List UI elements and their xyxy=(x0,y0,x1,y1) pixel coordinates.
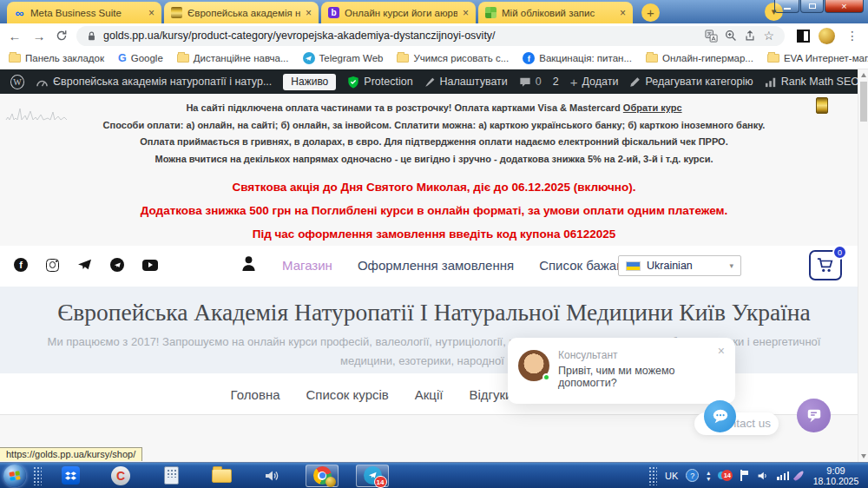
youtube-icon[interactable] xyxy=(142,260,158,271)
maximize-button[interactable] xyxy=(800,0,824,13)
wordpress-logo-icon[interactable]: W xyxy=(10,75,24,89)
calculator-taskbar-button[interactable] xyxy=(155,465,187,487)
chat-launcher-blue-button[interactable] xyxy=(704,400,736,432)
bookmark-item[interactable]: Учимся рисовать с... xyxy=(397,53,509,63)
help-tray-icon[interactable]: ? xyxy=(686,469,699,482)
customize-menu[interactable]: Налаштувати xyxy=(424,76,508,88)
comments-menu[interactable]: 0 xyxy=(519,76,542,88)
account-icon[interactable] xyxy=(241,255,256,275)
share-button[interactable] xyxy=(744,30,756,42)
telegram-tray-icon[interactable]: 14 xyxy=(718,469,733,483)
instagram-icon[interactable] xyxy=(46,259,59,272)
scrollbar-thumb[interactable] xyxy=(860,82,867,122)
choose-course-link[interactable]: Обрати курс xyxy=(623,102,682,113)
bookmark-item[interactable]: Telegram Web xyxy=(303,52,384,64)
comment-bubble-icon xyxy=(519,76,531,88)
scroll-up-arrow[interactable] xyxy=(861,73,866,77)
tab-meta-business-suite[interactable]: ∞ Meta Business Suite × xyxy=(7,2,161,23)
calculator-icon xyxy=(164,466,179,485)
rank-math-label: Rank Math SEO xyxy=(781,76,859,88)
gold-badge-icon[interactable] xyxy=(816,97,828,114)
action-center-flag-icon[interactable] xyxy=(740,470,749,481)
cart-button[interactable]: 0 xyxy=(809,250,842,280)
live-preview-button[interactable]: Наживо xyxy=(283,74,336,90)
cart-icon xyxy=(817,257,834,274)
volume-mixer-taskbar-button[interactable] xyxy=(255,465,288,487)
network-signal-icon[interactable] xyxy=(777,472,789,480)
scroll-down-arrow[interactable] xyxy=(861,454,866,458)
chat-close-button[interactable]: × xyxy=(718,344,725,358)
telegram-taskbar-button[interactable]: 14 xyxy=(356,465,389,487)
page-viewport: На сайті підключена оплата частинами та … xyxy=(0,94,868,462)
zoom-button[interactable] xyxy=(725,30,737,42)
tab-close-icon[interactable]: × xyxy=(306,7,312,19)
promo-line: Під час оформлення замовлення введіть ко… xyxy=(0,222,868,246)
tab-strip: ∞ Meta Business Suite × Європейська акад… xyxy=(7,2,660,23)
tab-title: Європейська академія натуроп xyxy=(187,8,300,18)
forward-button[interactable]: → xyxy=(31,29,47,43)
nav-link-promos[interactable]: Акції xyxy=(415,387,444,402)
notice-line: Оплата приймається в гривнях, в доларах,… xyxy=(0,134,868,151)
close-icon: × xyxy=(841,1,846,11)
window-close-button[interactable]: × xyxy=(825,0,864,13)
translate-button[interactable] xyxy=(705,30,718,43)
add-new-menu[interactable]: + Додати xyxy=(570,75,619,89)
ccleaner-icon: C xyxy=(111,466,130,485)
telegram-plane-icon[interactable] xyxy=(77,259,92,272)
language-select[interactable]: Ukrainian ▾ xyxy=(618,255,741,276)
updates-count[interactable]: 2 xyxy=(553,76,559,88)
edit-category-menu[interactable]: Редагувати категорію xyxy=(629,76,753,88)
page-scrollbar[interactable] xyxy=(858,69,868,462)
taskbar-clock[interactable]: 9:09 18.10.2025 xyxy=(809,465,863,486)
chat-popup[interactable]: Консультант Привіт, чим ми можемо допомо… xyxy=(508,338,735,404)
omnibox[interactable]: golds.pp.ua/kursy/product-category/yevro… xyxy=(76,26,785,46)
browser-menu-button[interactable]: ⋮ xyxy=(844,29,861,43)
menu-link-wishlist[interactable]: Список бажань xyxy=(539,258,630,273)
new-tab-button[interactable]: + xyxy=(641,3,660,22)
start-button[interactable] xyxy=(3,465,26,487)
bookmark-item[interactable]: Онлайн-гипермар... xyxy=(646,53,753,63)
bookmark-item[interactable]: GGoogle xyxy=(118,52,163,64)
facebook-icon[interactable]: f xyxy=(14,258,28,272)
telegram-circle-icon[interactable] xyxy=(110,258,124,272)
back-button[interactable]: ← xyxy=(7,29,23,43)
chat-launcher-purple-button[interactable] xyxy=(797,399,831,432)
chrome-taskbar-button[interactable] xyxy=(306,465,339,487)
minimize-button[interactable] xyxy=(774,0,799,13)
bookmark-item[interactable]: Дистанційне навча... xyxy=(177,53,289,63)
menu-link-checkout[interactable]: Оформлення замовлення xyxy=(358,258,514,273)
tray-separator xyxy=(648,466,657,485)
dropbox-taskbar-button[interactable] xyxy=(54,465,87,487)
language-indicator[interactable]: UK xyxy=(665,471,678,481)
refresh-button[interactable] xyxy=(56,30,68,42)
nav-link-reviews[interactable]: Відгуки xyxy=(469,387,512,402)
explorer-taskbar-button[interactable] xyxy=(205,465,238,487)
tab-my-account[interactable]: Мій обліковий запис × xyxy=(478,2,633,23)
tab-close-icon[interactable]: × xyxy=(620,7,626,19)
bookmark-item[interactable]: Панель закладок xyxy=(9,53,104,63)
volume-tray-icon[interactable] xyxy=(757,470,769,482)
admin-site-menu[interactable]: Європейська академія натуропатії і натур… xyxy=(36,76,272,88)
telegram-icon: 14 xyxy=(364,466,382,485)
tab-close-icon[interactable]: × xyxy=(463,7,469,19)
bookmark-item[interactable]: EVA Интернет-маг... xyxy=(767,53,868,63)
bookmark-star-button[interactable]: ☆ xyxy=(763,29,774,43)
extension-icon[interactable] xyxy=(797,30,810,43)
tab-academy-active[interactable]: Європейська академія натуроп × xyxy=(164,2,319,23)
url-text[interactable]: golds.pp.ua/kursy/product-category/yevro… xyxy=(103,30,698,42)
feather-tray-icon[interactable] xyxy=(793,470,805,482)
pencil-icon xyxy=(629,76,641,88)
gold-favicon xyxy=(171,7,182,18)
profile-avatar[interactable] xyxy=(819,28,835,44)
nav-link-courses[interactable]: Список курсів xyxy=(306,387,389,402)
nav-link-home[interactable]: Головна xyxy=(231,387,280,402)
rank-math-menu[interactable]: Rank Math SEO xyxy=(765,76,859,88)
tab-title: Онлайн курси йоги аюрведи тр xyxy=(345,8,457,18)
bookmark-item[interactable]: fВакцинація: питан... xyxy=(523,52,632,64)
protection-menu[interactable]: Protection xyxy=(347,76,412,89)
tab-yoga-courses[interactable]: b Онлайн курси йоги аюрведи тр × xyxy=(321,2,476,23)
ccleaner-taskbar-button[interactable]: C xyxy=(104,465,137,487)
show-hidden-icons-button[interactable]: ▴▾ xyxy=(707,470,710,482)
menu-link-shop[interactable]: Магазин xyxy=(282,258,332,273)
tab-close-icon[interactable]: × xyxy=(148,7,155,19)
